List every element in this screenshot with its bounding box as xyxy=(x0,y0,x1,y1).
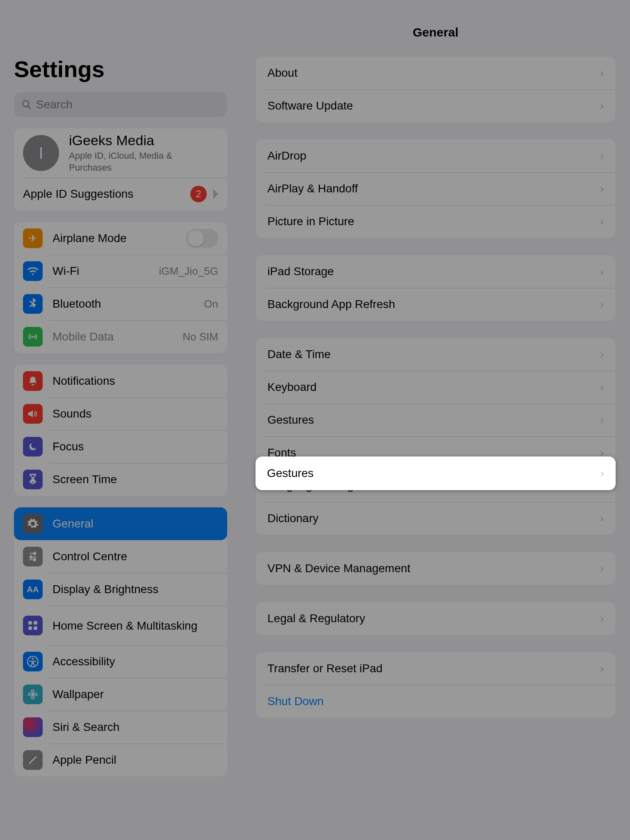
apple-id-suggestions-label: Apple ID Suggestions xyxy=(23,187,133,201)
chevron-right-icon: › xyxy=(600,662,604,675)
about-label: About xyxy=(267,66,297,80)
svg-point-5 xyxy=(32,658,34,660)
sliders-icon xyxy=(23,547,43,566)
airplane-toggle[interactable] xyxy=(186,229,218,248)
shutdown-row[interactable]: Shut Down xyxy=(256,685,615,718)
keyboard-label: Keyboard xyxy=(267,381,317,394)
apple-pencil-label: Apple Pencil xyxy=(52,753,116,767)
hourglass-icon xyxy=(23,470,43,489)
dictionary-row[interactable]: Dictionary › xyxy=(256,502,615,535)
search-input[interactable]: Search xyxy=(14,92,227,117)
siri-icon xyxy=(23,717,43,737)
accessibility-row[interactable]: Accessibility xyxy=(14,645,227,678)
bg-refresh-row[interactable]: Background App Refresh › xyxy=(256,288,615,321)
apple-pencil-row[interactable]: Apple Pencil xyxy=(14,744,227,776)
svg-point-7 xyxy=(32,690,34,693)
mobile-data-value: No SIM xyxy=(183,331,218,343)
focus-card: Notifications Sounds Focus Screen Time xyxy=(14,365,227,496)
chevron-right-icon: › xyxy=(600,612,604,625)
suggestions-badge: 2 xyxy=(190,186,207,202)
ipad-storage-row[interactable]: iPad Storage › xyxy=(256,255,615,288)
gestures-row[interactable]: Gestures › xyxy=(256,404,615,436)
keyboard-row[interactable]: Keyboard › xyxy=(256,371,615,404)
ipad-storage-label: iPad Storage xyxy=(267,265,334,278)
chevron-right-icon: › xyxy=(600,149,604,162)
airplane-icon: ✈ xyxy=(23,228,43,248)
datetime-row[interactable]: Date & Time › xyxy=(256,338,615,371)
airplay-row[interactable]: AirPlay & Handoff › xyxy=(256,172,615,205)
home-screen-row[interactable]: Home Screen & Multitasking xyxy=(14,606,227,645)
gear-icon xyxy=(23,514,43,534)
wifi-row-icon xyxy=(23,261,43,281)
legal-row[interactable]: Legal & Regulatory › xyxy=(256,602,615,635)
general-label: General xyxy=(52,517,94,530)
chevron-right-icon: › xyxy=(600,265,604,278)
software-update-row[interactable]: Software Update › xyxy=(256,89,615,122)
control-centre-row[interactable]: Control Centre xyxy=(14,540,227,573)
chevron-right-icon: › xyxy=(600,381,604,394)
antenna-icon xyxy=(23,327,43,347)
vpn-label: VPN & Device Management xyxy=(267,562,411,575)
home-screen-label: Home Screen & Multitasking xyxy=(52,619,197,633)
notifications-label: Notifications xyxy=(52,374,115,388)
vpn-row[interactable]: VPN & Device Management › xyxy=(256,552,615,585)
chevron-right-icon: › xyxy=(600,99,604,112)
svg-point-8 xyxy=(32,696,34,699)
accessibility-label: Accessibility xyxy=(52,655,115,668)
dictionary-label: Dictionary xyxy=(267,512,318,525)
bluetooth-label: Bluetooth xyxy=(52,297,101,310)
about-row[interactable]: About › xyxy=(256,57,615,89)
shutdown-label: Shut Down xyxy=(267,695,324,708)
svg-point-9 xyxy=(28,693,31,696)
svg-rect-3 xyxy=(34,626,37,630)
notifications-row[interactable]: Notifications xyxy=(14,365,227,397)
chevron-right-icon: › xyxy=(600,182,604,195)
chevron-right-icon: › xyxy=(600,66,604,80)
screen-time-row[interactable]: Screen Time xyxy=(14,463,227,496)
network-card: ✈ Airplane Mode Wi-Fi iGM_Jio_5G Bluetoo… xyxy=(14,222,227,353)
airdrop-row[interactable]: AirDrop › xyxy=(256,139,615,172)
mobile-data-row[interactable]: Mobile Data No SIM xyxy=(14,320,227,353)
flower-icon xyxy=(23,685,43,704)
accessibility-icon xyxy=(23,652,43,671)
screen-time-label: Screen Time xyxy=(52,473,117,486)
gestures-highlight-label: Gestures xyxy=(267,467,314,480)
svg-rect-2 xyxy=(28,626,32,630)
wallpaper-row[interactable]: Wallpaper xyxy=(14,678,227,711)
speaker-icon xyxy=(23,404,43,424)
transfer-row[interactable]: Transfer or Reset iPad › xyxy=(256,652,615,685)
svg-rect-1 xyxy=(34,621,37,625)
chevron-right-icon: › xyxy=(600,215,604,228)
legal-label: Legal & Regulatory xyxy=(267,612,365,625)
control-centre-label: Control Centre xyxy=(52,550,127,563)
profile-name: iGeeks Media xyxy=(69,132,204,148)
bluetooth-row[interactable]: Bluetooth On xyxy=(14,288,227,320)
display-row[interactable]: AA Display & Brightness xyxy=(14,573,227,606)
gestures-label: Gestures xyxy=(267,413,314,427)
airplane-label: Airplane Mode xyxy=(52,232,127,245)
profile-card: I iGeeks Media Apple ID, iCloud, Media &… xyxy=(14,128,227,210)
svg-point-6 xyxy=(32,693,34,696)
airplane-mode-row[interactable]: ✈ Airplane Mode xyxy=(14,222,227,255)
sounds-row[interactable]: Sounds xyxy=(14,397,227,430)
wifi-row[interactable]: Wi-Fi iGM_Jio_5G xyxy=(14,255,227,288)
apple-id-suggestions-row[interactable]: Apple ID Suggestions 2 xyxy=(14,178,227,210)
detail-title: General xyxy=(256,25,615,39)
profile-sub: Apple ID, iCloud, Media & Purchases xyxy=(69,150,204,173)
chevron-right-icon: › xyxy=(600,298,604,311)
bell-icon xyxy=(23,371,43,391)
datetime-label: Date & Time xyxy=(267,348,331,361)
siri-label: Siri & Search xyxy=(52,721,119,734)
chevron-right-icon xyxy=(212,189,218,199)
search-icon xyxy=(21,99,32,110)
siri-row[interactable]: Siri & Search xyxy=(14,711,227,744)
gestures-highlight[interactable]: Gestures › xyxy=(256,457,616,490)
bluetooth-icon xyxy=(23,294,43,314)
chevron-right-icon: › xyxy=(600,562,604,575)
page-title: Settings xyxy=(14,56,227,82)
pip-row[interactable]: Picture in Picture › xyxy=(256,205,615,238)
focus-row[interactable]: Focus xyxy=(14,430,227,463)
airplay-label: AirPlay & Handoff xyxy=(267,182,358,195)
general-row[interactable]: General xyxy=(14,507,227,540)
profile-row[interactable]: I iGeeks Media Apple ID, iCloud, Media &… xyxy=(14,128,227,178)
